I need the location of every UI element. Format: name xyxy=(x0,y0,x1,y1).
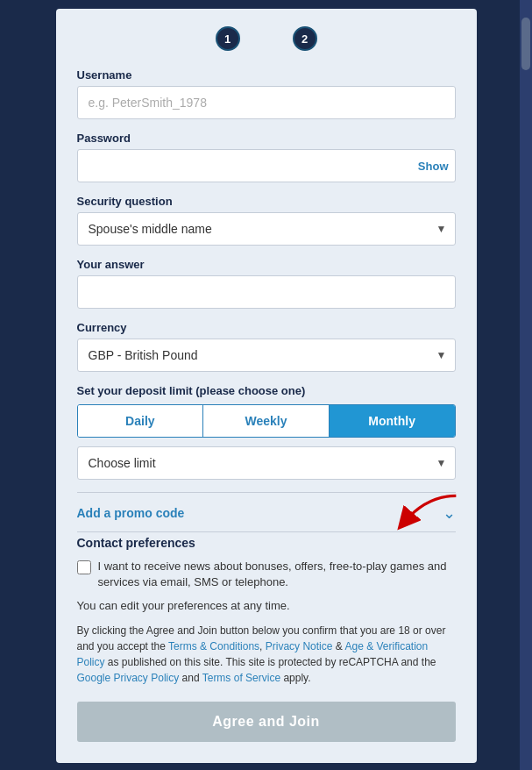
contact-divider xyxy=(77,531,456,532)
red-arrow-icon xyxy=(383,488,471,532)
password-input[interactable] xyxy=(77,149,456,182)
security-question-group: Security question Spouse's middle name M… xyxy=(77,195,456,246)
security-select-wrapper: Spouse's middle name Mother's maiden nam… xyxy=(77,212,456,246)
deposit-tab-monthly[interactable]: Monthly xyxy=(330,405,455,437)
deposit-tab-weekly[interactable]: Weekly xyxy=(203,405,330,437)
answer-group: Your answer xyxy=(77,258,456,309)
legal-text: By clicking the Agree and Join button be… xyxy=(77,623,456,686)
contact-section: Contact preferences I want to receive ne… xyxy=(77,536,456,742)
step-1-circle: 1 xyxy=(216,26,240,51)
scrollbar[interactable] xyxy=(520,0,532,770)
deposit-tabs: Daily Weekly Monthly xyxy=(77,404,456,438)
deposit-limit-label: Set your deposit limit (please choose on… xyxy=(77,384,456,397)
currency-select-wrapper: GBP - British Pound EUR - Euro USD - US … xyxy=(77,339,456,372)
legal-text-6: apply. xyxy=(280,672,310,684)
show-password-button[interactable]: Show xyxy=(418,160,449,173)
form-container: 1 2 Username Password Show Security ques… xyxy=(56,9,477,763)
currency-select[interactable]: GBP - British Pound EUR - Euro USD - US … xyxy=(77,339,456,372)
contact-checkbox[interactable] xyxy=(77,560,91,574)
promo-chevron-icon: ⌄ xyxy=(443,503,456,523)
password-group: Password Show xyxy=(77,132,456,182)
scrollbar-thumb xyxy=(521,18,530,70)
legal-text-3: & xyxy=(332,640,344,652)
contact-checkbox-label: I want to receive news about bonuses, of… xyxy=(98,559,456,590)
step-2-circle: 2 xyxy=(293,26,317,51)
deposit-limit-group: Set your deposit limit (please choose on… xyxy=(77,384,456,480)
steps-indicator: 1 2 xyxy=(77,26,456,51)
legal-text-5: and xyxy=(179,672,202,684)
terms-link[interactable]: Terms & Conditions xyxy=(168,640,259,652)
contact-heading: Contact preferences xyxy=(77,536,456,550)
edit-prefs-text: You can edit your preferences at any tim… xyxy=(77,599,456,612)
tos-link[interactable]: Terms of Service xyxy=(202,672,280,684)
agree-and-join-button[interactable]: Agree and Join xyxy=(77,702,456,742)
username-group: Username xyxy=(77,68,456,119)
username-label: Username xyxy=(77,68,456,82)
legal-text-4: as published on this site. This site is … xyxy=(105,656,436,668)
security-label: Security question xyxy=(77,195,456,208)
legal-text-2: , xyxy=(259,640,266,652)
password-label: Password xyxy=(77,132,456,145)
promo-link[interactable]: Add a promo code xyxy=(77,506,185,520)
currency-group: Currency GBP - British Pound EUR - Euro … xyxy=(77,321,456,372)
promo-row[interactable]: Add a promo code ⌄ xyxy=(77,493,456,531)
google-link[interactable]: Google Privacy Policy xyxy=(77,672,180,684)
contact-checkbox-row: I want to receive news about bonuses, of… xyxy=(77,559,456,590)
choose-limit-wrapper: Choose limit £100 £200 £500 £1000 ▼ xyxy=(77,446,456,480)
answer-label: Your answer xyxy=(77,258,456,271)
answer-input[interactable] xyxy=(77,275,456,309)
page-wrapper: 1 2 Username Password Show Security ques… xyxy=(0,0,532,770)
password-wrapper: Show xyxy=(77,149,456,182)
security-select[interactable]: Spouse's middle name Mother's maiden nam… xyxy=(77,212,456,246)
username-input[interactable] xyxy=(77,86,456,119)
privacy-link[interactable]: Privacy Notice xyxy=(266,640,333,652)
currency-label: Currency xyxy=(77,321,456,334)
choose-limit-select[interactable]: Choose limit £100 £200 £500 £1000 xyxy=(77,446,456,480)
deposit-tab-daily[interactable]: Daily xyxy=(78,405,204,437)
